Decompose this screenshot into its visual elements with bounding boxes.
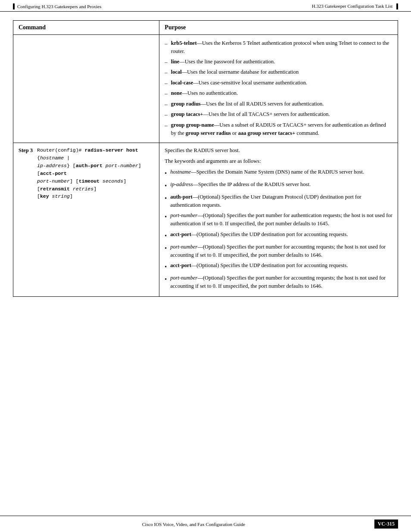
top-bar-right-icon (396, 3, 398, 9)
dash-icon: – (165, 89, 168, 98)
cmd-keyword: radius-server host (84, 147, 138, 153)
dash-icon: – (165, 100, 168, 109)
cmd-var: ip-address (37, 163, 67, 168)
cmd-keyword: key (40, 193, 49, 199)
bold-term: aaa group server tacacs+ (238, 130, 296, 136)
dash-icon: – (165, 58, 168, 66)
list-content: port-number—(Optional) Specifies the por… (170, 243, 392, 259)
dash-content: line—Uses the line password for authenti… (171, 58, 392, 66)
list-item: – group radius—Uses the list of all RADI… (165, 100, 392, 109)
dash-list-1: – krb5-telnet—Uses the Kerberos 5 Telnet… (165, 39, 392, 137)
doc-table: Command Purpose – krb5-telnet—Uses the K… (13, 20, 398, 297)
dash-content: group radius—Uses the list of all RADIUS… (171, 100, 392, 108)
dash-content: none—Uses no authentication. (171, 89, 392, 97)
cmd-var: port-number (106, 163, 138, 168)
list-item: • hostname—Specifies the Domain Name Sys… (165, 168, 392, 178)
list-item: • ip-address—Specifies the IP address of… (165, 180, 392, 190)
dash-icon: – (165, 68, 168, 77)
list-item: • auth-port—(Optional) Specifies the Use… (165, 193, 392, 209)
list-item: – none—Uses no authentication. (165, 89, 392, 98)
dash-content: local—Uses the local username database f… (171, 68, 392, 76)
top-bar-right: H.323 Gatekeeper Configuration Task List (312, 3, 398, 9)
purpose-cell-1: – krb5-telnet—Uses the Kerberos 5 Telnet… (159, 35, 398, 143)
cmd-keyword: auth-port (76, 163, 103, 168)
bold-term: local (171, 69, 182, 75)
list-content: acct-port—(Optional) Specifies the UDP d… (170, 261, 348, 270)
bold-term: acct-port (170, 231, 191, 237)
page-number-box: VC-315 (374, 520, 398, 529)
bullet-icon: • (165, 275, 167, 284)
list-content: ip-address—Specifies the IP address of t… (170, 180, 311, 189)
table-row: – krb5-telnet—Uses the Kerberos 5 Telnet… (13, 35, 398, 143)
cmd-var: port-number (37, 178, 70, 184)
italic-term: port-number (170, 244, 197, 250)
command-code: Router(config)# radius-server host {host… (37, 146, 154, 200)
bullet-icon: • (165, 244, 167, 253)
step-label: Step 3 (19, 146, 33, 155)
dash-icon: – (165, 110, 168, 119)
list-item: • acct-port—(Optional) Specifies the UDP… (165, 230, 392, 240)
bullet-list-2: • hostname—Specifies the Domain Name Sys… (165, 168, 392, 290)
bold-term: line (171, 59, 179, 65)
cmd-var: retries (73, 186, 93, 192)
dash-icon: – (165, 79, 168, 87)
list-item: – krb5-telnet—Uses the Kerberos 5 Telnet… (165, 39, 392, 56)
bold-term: group server radius (186, 130, 231, 136)
list-content: port-number—(Optional) Specifies the por… (170, 212, 392, 228)
purpose-cell-2: Specifies the RADIUS server host. The ke… (159, 143, 398, 297)
list-item: – local—Uses the local username database… (165, 68, 392, 77)
table-row: Step 3 Router(config)# radius-server hos… (13, 143, 398, 297)
bullet-icon: • (165, 212, 167, 221)
dash-content: krb5-telnet—Uses the Kerberos 5 Telnet a… (171, 39, 392, 56)
main-content: Command Purpose – krb5-telnet—Uses the K… (0, 12, 411, 305)
bold-term: group tacacs+ (171, 111, 203, 117)
bold-term: none (171, 90, 182, 96)
top-bar-left-text: Configuring H.323 Gatekeepers and Proxie… (17, 4, 101, 9)
list-item: – group tacacs+—Uses the list of all TAC… (165, 110, 392, 119)
page-number: VC-315 (378, 521, 395, 527)
bullet-icon: • (165, 169, 167, 178)
cmd-var: hostname (40, 155, 64, 161)
cmd-keyword: acct-port (40, 171, 67, 176)
top-bar-left: Configuring H.323 Gatekeepers and Proxie… (13, 3, 101, 9)
purpose-intro: Specifies the RADIUS server host. (165, 146, 392, 155)
top-bar-left-icon (13, 3, 15, 9)
bold-term: krb5-telnet (171, 40, 197, 46)
bullet-icon: • (165, 194, 167, 203)
dash-icon: – (165, 39, 168, 48)
list-content: acct-port—(Optional) Specifies the UDP d… (170, 230, 348, 239)
list-item: • port-number—(Optional) Specifies the p… (165, 243, 392, 259)
italic-term: hostname (170, 169, 191, 175)
list-content: hostname—Specifies the Domain Name Syste… (170, 168, 364, 176)
col-purpose-header: Purpose (159, 21, 398, 35)
command-cell-1 (13, 35, 159, 143)
dash-content: local-case—Uses case-sensitive local use… (171, 79, 392, 87)
dash-content: group group-name—Uses a subset of RADIUS… (171, 121, 392, 137)
bold-term: group radius (171, 101, 201, 107)
bottom-bar: Cisco IOS Voice, Video, and Fax Configur… (0, 516, 411, 532)
footer-center-text: Cisco IOS Voice, Video, and Fax Configur… (142, 522, 245, 527)
bold-term: acct-port (170, 262, 191, 268)
bold-term: local-case (171, 80, 193, 86)
list-item: – group group-name—Uses a subset of RADI… (165, 121, 392, 137)
italic-term: ip-address (170, 181, 193, 187)
cmd-var: seconds (103, 178, 123, 184)
page: Configuring H.323 Gatekeepers and Proxie… (0, 0, 411, 532)
bullet-icon: • (165, 262, 167, 271)
list-item: – line—Uses the line password for authen… (165, 58, 392, 66)
list-content: port-number—(Optional) Specifies the por… (170, 274, 392, 290)
list-item: – local-case—Uses case-sensitive local u… (165, 79, 392, 87)
italic-term: port-number (170, 212, 197, 218)
list-item: • port-number—(Optional) Specifies the p… (165, 212, 392, 228)
bold-term: group group-name (171, 122, 214, 128)
list-content: auth-port—(Optional) Specifies the User … (170, 193, 392, 209)
cmd-var: string (52, 193, 70, 199)
list-item: • acct-port—(Optional) Specifies the UDP… (165, 261, 392, 271)
cmd-keyword: retransmit (40, 186, 70, 192)
dash-content: group tacacs+—Uses the list of all TACAC… (171, 110, 392, 118)
purpose-intro2: The keywords and arguments are as follow… (165, 157, 392, 165)
bullet-icon: • (165, 181, 167, 190)
cmd-keyword: timeout (79, 178, 100, 184)
bullet-icon: • (165, 231, 167, 240)
command-cell-2: Step 3 Router(config)# radius-server hos… (13, 143, 159, 297)
